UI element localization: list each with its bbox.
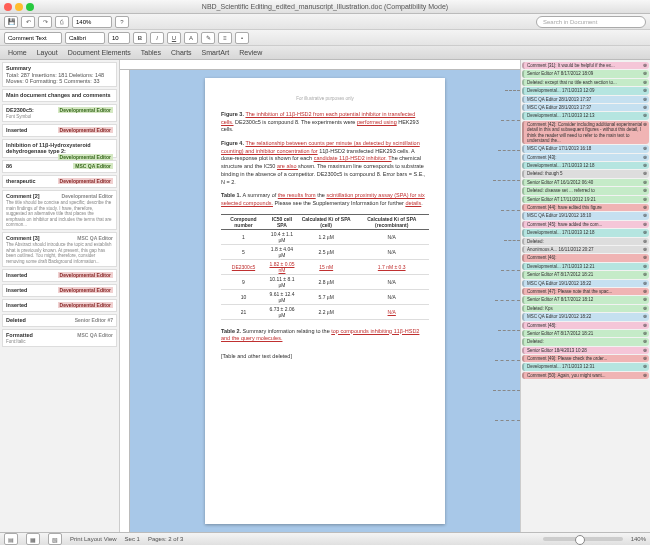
underline-button[interactable]: U xyxy=(167,32,181,44)
view-normal-icon[interactable]: ▤ xyxy=(4,533,18,545)
change-item[interactable]: InsertedDevelopmental Editor xyxy=(2,284,117,297)
comment-balloon[interactable]: Comment [42]: Consider including additio… xyxy=(522,121,649,145)
align-left-button[interactable]: ≡ xyxy=(218,32,232,44)
font-color-button[interactable]: A xyxy=(184,32,198,44)
change-item[interactable]: InsertedDevelopmental Editor xyxy=(2,269,117,282)
comment-balloon[interactable]: Senior Editor AT 16/1/2012 06:40⊗ xyxy=(522,179,649,186)
comment-balloon[interactable]: Comment [48]:⊗ xyxy=(522,322,649,329)
change-item[interactable]: therapeuticDevelopmental Editor xyxy=(2,175,117,188)
italic-button[interactable]: I xyxy=(150,32,164,44)
comment-balloon[interactable]: Comment [47]: Please note that the spac.… xyxy=(522,288,649,295)
close-icon: ⊗ xyxy=(643,105,647,110)
summary-box: Summary Total: 287 Insertions: 181 Delet… xyxy=(2,62,117,87)
vertical-ruler[interactable] xyxy=(120,70,130,532)
close-icon: ⊗ xyxy=(643,373,647,378)
comment-balloon[interactable]: Senior Editor AT 17/11/2012 19:21⊗ xyxy=(522,196,649,203)
comment-balloon[interactable]: Deleted: Kps⊗ xyxy=(522,305,649,312)
comment-balloon[interactable]: MSC QA Editor 19/1/2012 18:10⊗ xyxy=(522,212,649,219)
redo-icon[interactable]: ↷ xyxy=(38,16,52,28)
comment-balloon[interactable]: Comment [31]: It would be helpful if the… xyxy=(522,62,649,69)
close-icon: ⊗ xyxy=(643,281,647,286)
undo-icon[interactable]: ↶ xyxy=(21,16,35,28)
comment-balloon[interactable]: Comment [49]: Please check the order...⊗ xyxy=(522,355,649,362)
change-item[interactable]: Comment [3]MSC QA EditorThe Abstract sho… xyxy=(2,232,117,267)
comment-balloon[interactable]: MSC QA Editor 17/1/2013 16:18⊗ xyxy=(522,145,649,152)
comment-balloon[interactable]: MSC QA Editor 28/1/2013 17:37⊗ xyxy=(522,104,649,111)
comment-balloon[interactable]: Deleted:⊗ xyxy=(522,338,649,345)
close-icon: ⊗ xyxy=(643,146,647,151)
view-label: Print Layout View xyxy=(70,536,117,542)
document-page[interactable]: For illustrative purposes only Figure 3.… xyxy=(205,78,445,524)
comment-balloon[interactable]: Developmental... 17/1/2013 12:31⊗ xyxy=(522,363,649,370)
figure-4-caption: Figure 4. The relationship between count… xyxy=(221,140,429,186)
comment-balloon[interactable]: Comment [44]: have edited this figure⊗ xyxy=(522,204,649,211)
change-item[interactable]: 86MSC QA Editor xyxy=(2,160,117,173)
figure-3-caption: Figure 3. The inhibition of 11β-HSD2 fro… xyxy=(221,111,429,134)
section-label: Sec 1 xyxy=(125,536,140,542)
page-header: For illustrative purposes only xyxy=(221,96,429,101)
view-print-icon[interactable]: ▦ xyxy=(26,533,40,545)
search-input[interactable]: Search in Document xyxy=(536,16,646,28)
highlight-button[interactable]: ✎ xyxy=(201,32,215,44)
comment-balloon[interactable]: Deleted: disease set ... referred to⊗ xyxy=(522,187,649,194)
change-item[interactable]: InsertedDevelopmental Editor xyxy=(2,124,117,137)
view-outline-icon[interactable]: ▧ xyxy=(48,533,62,545)
document-area: For illustrative purposes only Figure 3.… xyxy=(120,60,520,532)
comment-balloon[interactable]: Developmental... 17/1/2013 12:21⊗ xyxy=(522,263,649,270)
zoom-slider[interactable] xyxy=(543,537,623,541)
comment-balloon[interactable]: MSC QA Editor 19/1/2012 18:22⊗ xyxy=(522,313,649,320)
comment-balloon[interactable]: Developmental... 17/1/2013 12:18⊗ xyxy=(522,162,649,169)
comment-balloon[interactable]: Senior Editor A7 8/17/2012 18:12⊗ xyxy=(522,296,649,303)
table-1: Compound numberIC50 cell SPACalculated K… xyxy=(221,214,429,320)
tab-layout[interactable]: Layout xyxy=(37,49,58,56)
zoom-select[interactable]: 140% xyxy=(72,16,112,28)
close-icon: ⊗ xyxy=(643,180,647,185)
bold-button[interactable]: B xyxy=(133,32,147,44)
comment-balloon[interactable]: Comment [46]:⊗ xyxy=(522,254,649,261)
close-icon: ⊗ xyxy=(643,230,647,235)
tab-smartart[interactable]: SmartArt xyxy=(202,49,230,56)
print-icon[interactable]: ⎙ xyxy=(55,16,69,28)
comment-balloon[interactable]: Senior Editor AT 8/17/2012 18:21⊗ xyxy=(522,330,649,337)
change-item[interactable]: InsertedDevelopmental Editor xyxy=(2,299,117,312)
tab-tables[interactable]: Tables xyxy=(141,49,161,56)
comment-balloon[interactable]: Developmental... 17/1/2013 12:18⊗ xyxy=(522,229,649,236)
tab-document-elements[interactable]: Document Elements xyxy=(68,49,131,56)
change-item[interactable]: Inhibition of 11β-Hydroxysteroid dehydro… xyxy=(2,139,117,158)
change-item[interactable]: FormattedMSC QA EditorFont:Italic xyxy=(2,329,117,347)
horizontal-ruler[interactable] xyxy=(120,60,520,70)
tab-review[interactable]: Review xyxy=(239,49,262,56)
close-icon: ⊗ xyxy=(643,255,647,260)
help-icon[interactable]: ? xyxy=(115,16,129,28)
tab-home[interactable]: Home xyxy=(8,49,27,56)
close-icon: ⊗ xyxy=(643,348,647,353)
bullets-button[interactable]: • xyxy=(235,32,249,44)
style-select[interactable]: Comment Text xyxy=(4,32,62,44)
reviewing-pane: Summary Total: 287 Insertions: 181 Delet… xyxy=(0,60,120,532)
change-item[interactable]: DE2300c5:Developmental EditorFont Symbol xyxy=(2,104,117,122)
comment-balloon[interactable]: Developmental... 17/1/2013 12:13⊗ xyxy=(522,112,649,119)
close-icon: ⊗ xyxy=(643,331,647,336)
change-item[interactable]: Comment [2]Developmental EditorThe title… xyxy=(2,190,117,230)
comment-balloon[interactable]: Comment [45]: have added the com...⊗ xyxy=(522,221,649,228)
comment-balloon[interactable]: Deleted: though 5⊗ xyxy=(522,170,649,177)
comment-balloon[interactable]: MSC QA Editor 19/1/2012 18:22⊗ xyxy=(522,280,649,287)
comment-balloon[interactable]: Senior Editor AT 8/17/2012 18:21⊗ xyxy=(522,271,649,278)
comment-balloon[interactable]: Developmental... 17/1/2013 12:09⊗ xyxy=(522,87,649,94)
font-size-select[interactable]: 10 xyxy=(108,32,130,44)
comment-balloon[interactable]: Deleted: ⊗ xyxy=(522,238,649,245)
font-select[interactable]: Calibri xyxy=(65,32,105,44)
comment-balloon[interactable]: Senior Editor A7 8/17/2012 18:09⊗ xyxy=(522,70,649,77)
comment-balloon[interactable]: Senior Editor 18/4/2013 10:28⊗ xyxy=(522,347,649,354)
comment-balloon[interactable]: Deleted: except that no title each secti… xyxy=(522,79,649,86)
tab-charts[interactable]: Charts xyxy=(171,49,192,56)
save-icon[interactable]: 💾 xyxy=(4,16,18,28)
status-bar: ▤ ▦ ▧ Print Layout View Sec 1 Pages: 2 o… xyxy=(0,532,650,545)
comment-balloon[interactable]: Anonimous A... 16/11/2012 20:27⊗ xyxy=(522,246,649,253)
close-icon: ⊗ xyxy=(643,205,647,210)
comment-balloon[interactable]: Comment [50]: Again, you might want...⊗ xyxy=(522,372,649,379)
change-item[interactable]: DeletedSenior Editor #7 xyxy=(2,314,117,327)
close-icon: ⊗ xyxy=(643,222,647,227)
comment-balloon[interactable]: MSC QA Editor 28/1/2013 17:37⊗ xyxy=(522,96,649,103)
comment-balloon[interactable]: Comment [43]:⊗ xyxy=(522,154,649,161)
